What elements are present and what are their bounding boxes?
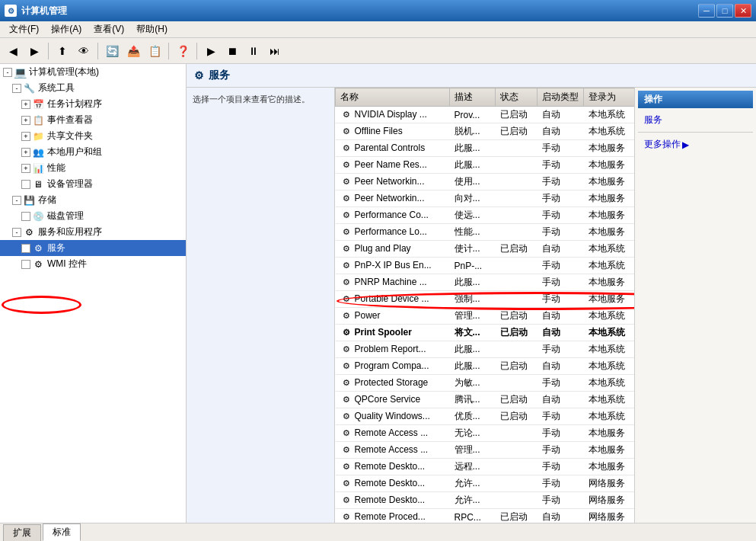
service-startup-cell: 手动 — [537, 190, 584, 207]
col-desc[interactable]: 描述 — [450, 88, 496, 107]
services-header: ⚙ 服务 — [187, 64, 756, 88]
service-name-cell: ⚙Remote Deskto... — [336, 492, 450, 509]
table-row[interactable]: ⚙Power管理...已启动自动本地系统 — [336, 308, 635, 325]
table-row[interactable]: ⚙NVIDIA Display ...Prov...已启动自动本地系统 — [336, 107, 635, 123]
tree-eventviewer[interactable]: + 📋 事件查看器 — [0, 112, 186, 128]
expand-shared[interactable]: + — [21, 132, 30, 141]
table-row[interactable]: ⚙Program Compa...此服...已启动自动本地系统 — [336, 358, 635, 375]
tree-services[interactable]: ⚙ 服务 — [0, 240, 186, 256]
play-button[interactable]: ▶ — [201, 41, 221, 61]
table-row[interactable]: ⚙Parental Controls此服...手动本地服务 — [336, 140, 635, 157]
properties-button[interactable]: 📋 — [145, 41, 164, 61]
table-row[interactable]: ⚙Protected Storage为敏...手动本地系统 — [336, 375, 635, 392]
tree-devicemgr[interactable]: 🖥 设备管理器 — [0, 176, 186, 192]
tree-taskscheduler[interactable]: + 📅 任务计划程序 — [0, 96, 186, 112]
table-row[interactable]: ⚙Peer Networkin...向对...手动本地服务 — [336, 190, 635, 207]
tree-localusers[interactable]: + 👥 本地用户和组 — [0, 144, 186, 160]
service-startup-cell: 自动 — [537, 107, 584, 123]
tab-standard[interactable]: 标准 — [43, 523, 81, 541]
expand-storage[interactable]: - — [12, 196, 21, 205]
menu-help[interactable]: 帮助(H) — [130, 21, 174, 37]
up-button[interactable]: ⬆ — [53, 41, 72, 61]
tree-root[interactable]: - 💻 计算机管理(本地) — [0, 64, 186, 80]
service-gear-icon: ⚙ — [340, 344, 352, 356]
table-row[interactable]: ⚙QPCore Service腾讯...已启动自动本地系统 — [336, 392, 635, 408]
table-row[interactable]: ⚙Performance Co...使远...手动本地服务 — [336, 207, 635, 224]
menu-file[interactable]: 文件(F) — [3, 21, 45, 37]
service-desc-cell: 远程... — [450, 459, 496, 475]
service-status-cell: 已启动 — [496, 408, 537, 425]
tree-svcapp[interactable]: - ⚙ 服务和应用程序 — [0, 224, 186, 240]
tree-storage[interactable]: - 💾 存储 — [0, 192, 186, 208]
col-logon[interactable]: 登录为 — [584, 88, 635, 107]
menu-action[interactable]: 操作(A) — [45, 21, 88, 37]
table-row[interactable]: ⚙PnP-X IP Bus En...PnP-...手动本地系统 — [336, 258, 635, 274]
service-desc-cell: 将文... — [450, 325, 496, 341]
refresh-button[interactable]: 🔄 — [102, 41, 122, 61]
service-logon-cell: 本地系统 — [584, 325, 635, 341]
table-row[interactable]: ⚙Portable Device ...强制...手动本地服务 — [336, 291, 635, 308]
service-name-cell: ⚙Remote Access ... — [336, 442, 450, 459]
service-logon-cell: 本地服务 — [584, 291, 635, 308]
service-startup-cell: 手动 — [537, 157, 584, 174]
table-row[interactable]: ⚙Print Spooler将文...已启动自动本地系统 — [336, 325, 635, 341]
table-row[interactable]: ⚙PNRP Machine ...此服...手动本地服务 — [336, 274, 635, 291]
service-desc-cell: 此服... — [450, 341, 496, 358]
forward-button[interactable]: ▶ — [24, 41, 44, 61]
restart-button[interactable]: ⏭ — [265, 41, 285, 61]
expand-event[interactable]: + — [21, 116, 30, 125]
service-status-cell: 已启动 — [496, 392, 537, 408]
expand-tools[interactable]: - — [12, 84, 21, 93]
service-status-cell — [496, 442, 537, 459]
table-row[interactable]: ⚙Remote Proced...RPC...已启动自动网络服务 — [336, 509, 635, 523]
col-status[interactable]: 状态 — [496, 88, 537, 107]
services-table-area[interactable]: 名称 描述 状态 启动类型 登录为 ⚙NVIDIA Display ...Pro… — [335, 88, 634, 523]
action-services[interactable]: 服务 — [638, 111, 753, 129]
table-row[interactable]: ⚙Peer Name Res...此服...手动本地服务 — [336, 157, 635, 174]
service-desc-cell: PnP-... — [450, 258, 496, 274]
tree-performance[interactable]: + 📊 性能 — [0, 160, 186, 176]
service-logon-cell: 本地系统 — [584, 107, 635, 123]
col-startup[interactable]: 启动类型 — [537, 88, 584, 107]
table-row[interactable]: ⚙Remote Access ...无论...手动本地服务 — [336, 425, 635, 442]
toolbar-sep4 — [196, 43, 197, 59]
table-row[interactable]: ⚙Remote Deskto...允许...手动网络服务 — [336, 492, 635, 509]
service-startup-cell: 手动 — [537, 375, 584, 392]
table-row[interactable]: ⚙Remote Access ...管理...手动本地服务 — [336, 442, 635, 459]
users-icon: 👥 — [32, 146, 44, 158]
menu-bar: 文件(F) 操作(A) 查看(V) 帮助(H) — [0, 21, 756, 38]
col-name[interactable]: 名称 — [336, 88, 450, 107]
tree-wmi[interactable]: ⚙ WMI 控件 — [0, 256, 186, 272]
pause-button[interactable]: ⏸ — [244, 41, 263, 61]
table-row[interactable]: ⚙Plug and Play使计...已启动自动本地系统 — [336, 241, 635, 258]
stop-button[interactable]: ⏹ — [222, 41, 242, 61]
table-row[interactable]: ⚙Offline Files脱机...已启动自动本地系统 — [336, 123, 635, 140]
expand-users[interactable]: + — [21, 148, 30, 157]
minimize-button[interactable]: ─ — [698, 4, 715, 18]
maximize-button[interactable]: □ — [716, 4, 733, 18]
table-row[interactable]: ⚙Performance Lo...性能...手动本地服务 — [336, 224, 635, 241]
back-button[interactable]: ◀ — [3, 41, 23, 61]
tree-sharedfolder[interactable]: + 📁 共享文件夹 — [0, 128, 186, 144]
tab-expand[interactable]: 扩展 — [3, 524, 41, 541]
expand-root[interactable]: - — [3, 68, 12, 77]
table-row[interactable]: ⚙Remote Deskto...允许...手动网络服务 — [336, 475, 635, 492]
tree-diskmgmt[interactable]: 💿 磁盘管理 — [0, 208, 186, 224]
service-gear-icon: ⚙ — [340, 478, 352, 490]
expand-task[interactable]: + — [21, 100, 30, 109]
close-button[interactable]: ✕ — [735, 4, 751, 18]
export-button[interactable]: 📤 — [123, 41, 143, 61]
tree-tools[interactable]: - 🔧 系统工具 — [0, 80, 186, 96]
help-button[interactable]: ❓ — [173, 41, 193, 61]
action-more-button[interactable]: 更多操作 ▶ — [638, 136, 753, 153]
expand-perf[interactable]: + — [21, 164, 30, 173]
table-row[interactable]: ⚙Quality Windows...优质...已启动手动本地系统 — [336, 408, 635, 425]
service-startup-cell: 手动 — [537, 258, 584, 274]
table-row[interactable]: ⚙Remote Deskto...远程...手动本地服务 — [336, 459, 635, 475]
expand-svcapp[interactable]: - — [12, 228, 21, 237]
services-table: 名称 描述 状态 启动类型 登录为 ⚙NVIDIA Display ...Pro… — [335, 88, 634, 523]
show-hide-button[interactable]: 👁 — [74, 41, 94, 61]
table-row[interactable]: ⚙Problem Report...此服...手动本地系统 — [336, 341, 635, 358]
menu-view[interactable]: 查看(V) — [88, 21, 130, 37]
table-row[interactable]: ⚙Peer Networkin...使用...手动本地服务 — [336, 174, 635, 190]
